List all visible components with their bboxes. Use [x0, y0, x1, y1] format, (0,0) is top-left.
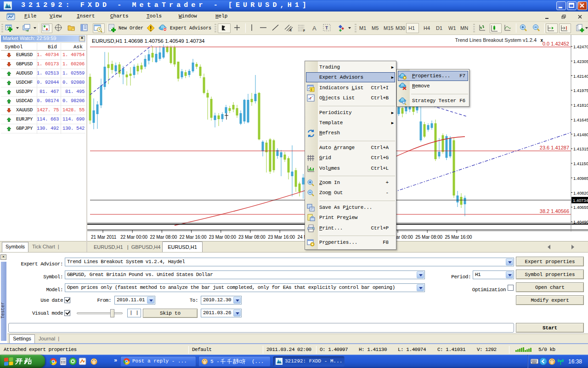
svg-text:E: E	[290, 29, 292, 32]
svg-text:1.41975: 1.41975	[573, 88, 588, 93]
svg-text:22 Mar 00:00: 22 Mar 00:00	[120, 235, 147, 240]
svg-text:23 Mar 00:00: 23 Mar 00:00	[209, 235, 236, 240]
svg-text:1.41480: 1.41480	[573, 132, 588, 137]
svg-text:1.41810: 1.41810	[573, 103, 588, 108]
svg-text:38.2 1.40566: 38.2 1.40566	[540, 208, 569, 214]
svg-text:1.40985: 1.40985	[573, 176, 588, 181]
svg-text:1.40655: 1.40655	[573, 205, 588, 210]
svg-text:Trend Lines Breakout System v1: Trend Lines Breakout System v1.2.4	[455, 37, 537, 43]
svg-text:1.40820: 1.40820	[573, 191, 588, 196]
svg-text:EURUSD,H1 1.40698 1.40756 1.4: EURUSD,H1 1.40698 1.40756 1.40549 1.4073…	[92, 38, 205, 44]
svg-text:1.40490: 1.40490	[573, 220, 588, 224]
svg-text:1.42470: 1.42470	[573, 45, 588, 49]
svg-text:F: F	[303, 29, 305, 32]
svg-text:1.41645: 1.41645	[573, 118, 588, 122]
svg-text:23.6 1.41287: 23.6 1.41287	[540, 145, 569, 150]
svg-text:22 Mar 08:00: 22 Mar 08:00	[150, 235, 177, 240]
svg-text:25 Mar 16:00: 25 Mar 16:00	[445, 235, 472, 240]
svg-text:T: T	[325, 26, 328, 31]
svg-text:1.41150: 1.41150	[573, 161, 588, 166]
svg-text:23 Mar 08:00: 23 Mar 08:00	[238, 235, 266, 240]
svg-text:1.42305: 1.42305	[573, 59, 588, 64]
svg-text:1.40734: 1.40734	[573, 198, 588, 203]
svg-text:0.0 1.42452: 0.0 1.42452	[543, 41, 569, 46]
svg-text:1.41315: 1.41315	[573, 147, 588, 151]
svg-text:22 Mar 16:00: 22 Mar 16:00	[180, 235, 207, 240]
svg-text:1.42140: 1.42140	[573, 74, 588, 79]
svg-text:21 Mar 2011: 21 Mar 2011	[91, 235, 117, 240]
svg-text:25 Mar 08:00: 25 Mar 08:00	[415, 235, 442, 240]
svg-text:23 Mar 16:00: 23 Mar 16:00	[268, 235, 295, 240]
